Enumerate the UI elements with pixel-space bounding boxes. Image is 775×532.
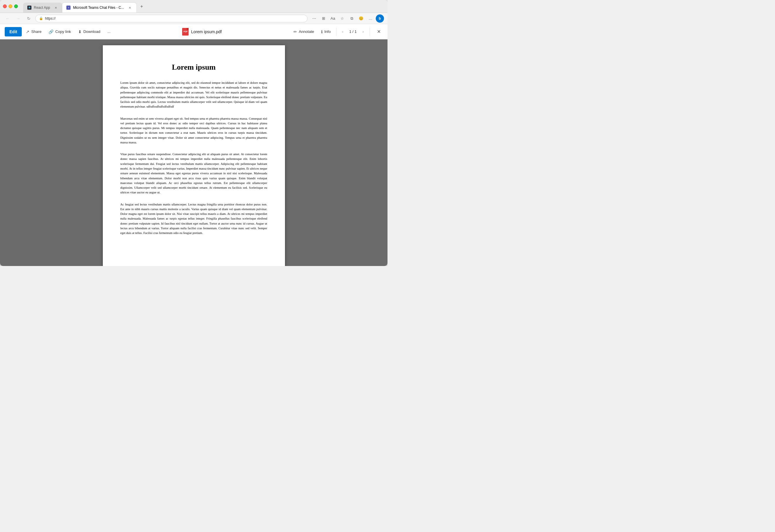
pdf-paragraph-3: Vitae purus faucibus ornare suspendisse.… — [120, 152, 267, 195]
bing-button[interactable]: b — [376, 14, 384, 23]
close-window-button[interactable] — [3, 4, 7, 8]
close-panel-button[interactable]: ✕ — [374, 28, 383, 36]
pdf-toolbar: Edit ↗ Share 🔗 Copy link ⬇ Download ... … — [0, 24, 388, 39]
toolbar-separator-2 — [369, 28, 370, 36]
copy-link-icon: 🔗 — [48, 29, 53, 34]
edit-button[interactable]: Edit — [5, 27, 22, 36]
maximize-window-button[interactable] — [14, 4, 18, 8]
tab-teams[interactable]: T Microsoft Teams Chat Files - C... ✕ — [62, 3, 136, 13]
browser-actions: ⋯ ⊞ Aa ☆ ⧉ 😊 … b — [310, 14, 384, 23]
forward-button[interactable]: → — [14, 14, 22, 23]
back-button[interactable]: ← — [4, 14, 12, 23]
more-options-button[interactable]: ... — [104, 27, 113, 36]
tab-bar: ⚛ React App ✕ T Microsoft Teams Chat Fil… — [23, 0, 384, 13]
tab-label-teams: Microsoft Teams Chat Files - C... — [73, 6, 124, 10]
more-tools-button[interactable]: … — [366, 14, 374, 23]
file-name-area: PDF Lorem ipsum.pdf — [182, 28, 221, 36]
tab-label-react: React App — [34, 6, 50, 10]
share-icon: ↗ — [26, 29, 29, 34]
toolbar-vertical-separator — [336, 28, 336, 36]
tab-groups-button[interactable]: ⊞ — [319, 14, 327, 23]
annotate-button[interactable]: ✏ Annotate — [290, 27, 317, 36]
share-button[interactable]: ↗ Share — [23, 27, 44, 36]
info-button[interactable]: ℹ Info — [318, 27, 334, 36]
pdf-document-title: Lorem ipsum — [120, 63, 267, 72]
pdf-file-icon: PDF — [182, 28, 189, 36]
user-profile-button[interactable]: 😊 — [357, 14, 365, 23]
browser-controls: ← → ↻ 🔒 https:// ⋯ ⊞ Aa ☆ ⧉ 😊 … b — [0, 13, 388, 24]
tab-close-teams[interactable]: ✕ — [127, 5, 132, 10]
file-name: Lorem ipsum.pdf — [191, 29, 221, 34]
split-view-button[interactable]: ⧉ — [347, 14, 356, 23]
tab-react-app[interactable]: ⚛ React App ✕ — [23, 3, 62, 13]
info-icon: ℹ — [321, 29, 322, 34]
page-navigation: ‹ 1 / 1 › — [339, 28, 367, 36]
minimize-window-button[interactable] — [9, 4, 12, 8]
copy-link-button[interactable]: 🔗 Copy link — [46, 27, 74, 36]
pdf-paragraph-2: Maecenas sed enim ut sem viverra aliquet… — [120, 116, 267, 145]
pdf-page: Lorem ipsum Lorem ipsum dolor sit amet, … — [103, 45, 285, 266]
next-page-button[interactable]: › — [359, 28, 367, 36]
prev-page-button[interactable]: ‹ — [339, 28, 347, 36]
new-tab-button[interactable]: + — [137, 2, 146, 11]
pdf-paragraph-1: Lorem ipsum dolor sit amet, consectetur … — [120, 80, 267, 109]
traffic-lights[interactable] — [3, 4, 18, 8]
page-info: 1 / 1 — [349, 29, 356, 34]
reader-mode-button[interactable]: Aa — [329, 14, 337, 23]
tab-close-react[interactable]: ✕ — [53, 5, 58, 10]
annotate-icon: ✏ — [293, 29, 297, 34]
pdf-container[interactable]: Lorem ipsum Lorem ipsum dolor sit amet, … — [0, 39, 388, 266]
download-button[interactable]: ⬇ Download — [75, 27, 103, 36]
pdf-paragraph-4: Ac feugiat sed lectus vestibulum mattis … — [120, 202, 267, 236]
address-bar[interactable]: 🔒 https:// — [35, 15, 307, 22]
lock-icon: 🔒 — [39, 16, 43, 20]
tab-favicon-teams: T — [66, 6, 70, 10]
favorites-button[interactable]: ☆ — [338, 14, 346, 23]
url-text: https:// — [45, 16, 56, 21]
extensions-button[interactable]: ⋯ — [310, 14, 318, 23]
refresh-button[interactable]: ↻ — [25, 14, 33, 23]
download-icon: ⬇ — [78, 29, 82, 34]
tab-favicon-react: ⚛ — [27, 6, 31, 10]
